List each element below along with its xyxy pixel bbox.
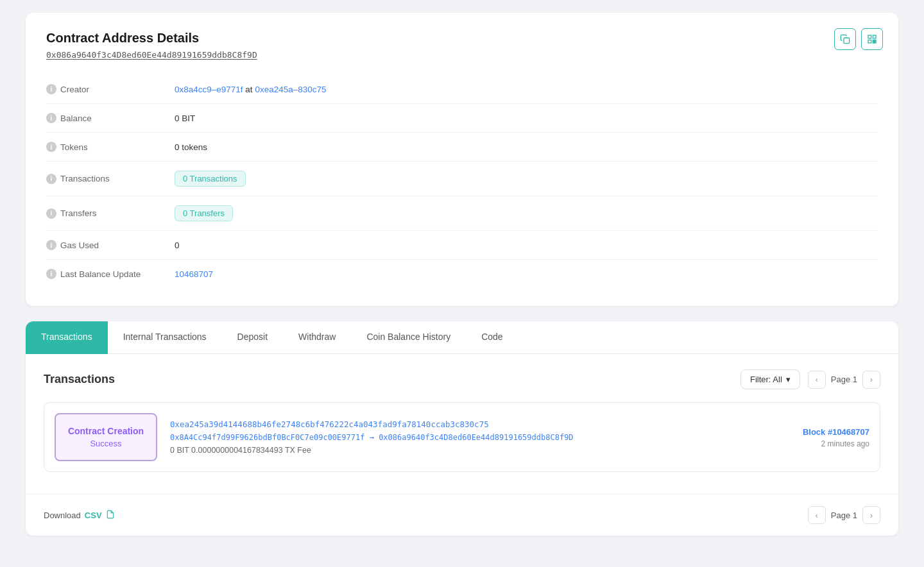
last-balance-link[interactable]: 10468707 [175,269,213,279]
filter-label: Filter: All [750,375,782,384]
transactions-label: i Transactions [46,174,175,184]
tx-details: 0xea245a39d4144688b46fe2748c6bf476222c4a… [170,419,754,455]
copy-icon-btn[interactable] [834,28,856,50]
tabs-section: Transactions Internal Transactions Depos… [26,321,898,536]
transfers-badge[interactable]: 0 Transfers [175,205,233,221]
transactions-info-icon: i [46,174,56,184]
tab-code[interactable]: Code [466,321,518,354]
creator-address-link[interactable]: 0x8a4cc9–e9771f [175,85,243,94]
tokens-value: 0 tokens [175,142,207,152]
page-title: Contract Address Details [46,31,878,46]
creator-row: i Creator 0x8a4cc9–e9771f at 0xea245a–83… [46,75,878,104]
svg-rect-6 [873,42,874,43]
balance-value: 0 BIT [175,114,195,123]
transactions-content: Transactions Filter: All ▾ ‹ Page 1 › [26,354,898,494]
transactions-row: i Transactions 0 Transactions [46,162,878,196]
csv-download: Download CSV [44,510,115,521]
last-balance-value: 10468707 [175,269,213,279]
tab-deposit[interactable]: Deposit [222,321,283,354]
tx-fee: 0 BIT 0.0000000004167834493 TX Fee [170,446,754,455]
tokens-row: i Tokens 0 tokens [46,133,878,162]
creator-info-icon: i [46,84,56,94]
last-balance-info-icon: i [46,269,56,279]
svg-rect-2 [873,35,876,38]
transaction-row: Contract Creation Success 0xea245a39d414… [44,402,880,472]
gas-value: 0 [175,241,180,250]
tx-section-title: Transactions [44,373,115,386]
balance-label: i Balance [46,113,175,123]
card-icons [834,28,883,50]
tx-status: Success [90,439,121,448]
transfers-row: i Transfers 0 Transfers [46,196,878,231]
transfers-label: i Transfers [46,208,175,219]
footer-row: Download CSV ‹ Page 1 › [26,494,898,536]
tokens-info-icon: i [46,142,56,152]
page-label-top: Page 1 [831,375,857,384]
svg-rect-5 [875,42,876,43]
next-page-bottom-button[interactable]: › [862,506,880,524]
tx-from[interactable]: 0x8A4Cc94f7d99F9626bdBf0BcF0C7e09c00E977… [170,433,364,442]
tx-time: 2 minutes ago [767,439,869,448]
filter-chevron-icon: ▾ [786,375,791,384]
balance-info-icon: i [46,113,56,123]
tx-hash[interactable]: 0xea245a39d4144688b46fe2748c6bf476222c4a… [170,419,754,429]
tx-arrow: → [370,433,374,442]
tab-coin-balance-history[interactable]: Coin Balance History [351,321,466,354]
page-label-bottom: Page 1 [831,511,857,520]
contract-address[interactable]: 0x086a9640f3c4D8ed60Ee44d89191659ddb8C8f… [46,50,257,60]
gas-row: i Gas Used 0 [46,231,878,260]
svg-rect-0 [844,38,850,44]
last-balance-label: i Last Balance Update [46,269,175,279]
copy-icon [840,34,850,44]
transfers-badge-wrap: 0 Transfers [175,205,233,221]
tx-block-link[interactable]: Block #10468707 [803,427,869,437]
tx-header: Transactions Filter: All ▾ ‹ Page 1 › [44,369,880,389]
creator-tx-link[interactable]: 0xea245a–830c75 [255,85,326,94]
csv-file-icon [106,510,115,521]
transactions-badge-wrap: 0 Transactions [175,171,246,187]
gas-info-icon: i [46,240,56,250]
transactions-badge[interactable]: 0 Transactions [175,171,246,187]
prev-page-button[interactable]: ‹ [808,371,826,389]
tab-withdraw[interactable]: Withdraw [283,321,351,354]
filter-button[interactable]: Filter: All ▾ [740,369,800,389]
tx-block: Block #10468707 2 minutes ago [767,427,869,448]
svg-rect-3 [868,40,871,43]
creator-at: at [245,85,252,94]
tab-internal-transactions[interactable]: Internal Transactions [108,321,222,354]
next-page-button[interactable]: › [862,371,880,389]
tab-transactions[interactable]: Transactions [26,321,108,354]
tokens-label: i Tokens [46,142,175,152]
tabs-bar: Transactions Internal Transactions Depos… [26,321,898,354]
creator-label: i Creator [46,84,175,94]
detail-rows: i Creator 0x8a4cc9–e9771f at 0xea245a–83… [46,75,878,288]
svg-rect-1 [868,35,871,38]
download-label: Download [44,511,81,520]
pagination-top: ‹ Page 1 › [808,371,880,389]
transfers-info-icon: i [46,208,56,219]
tx-controls: Filter: All ▾ ‹ Page 1 › [740,369,880,389]
tx-badge-box: Contract Creation Success [55,413,157,461]
gas-label: i Gas Used [46,240,175,250]
tx-type: Contract Creation [68,426,144,436]
svg-rect-4 [873,40,874,41]
tx-from-to: 0x8A4Cc94f7d99F9626bdBf0BcF0C7e09c00E977… [170,433,754,442]
pagination-bottom: ‹ Page 1 › [808,506,880,524]
csv-label[interactable]: CSV [85,511,102,520]
svg-rect-7 [875,40,876,41]
details-card: Contract Address Details 0x086a9640f3c4D… [26,13,898,306]
qr-icon-btn[interactable] [861,28,883,50]
qr-icon [867,34,877,44]
tx-to[interactable]: 0x086a9640f3c4D8ed60Ee44d89191659ddb8C8f… [379,433,573,442]
last-balance-row: i Last Balance Update 10468707 [46,260,878,288]
balance-row: i Balance 0 BIT [46,104,878,133]
prev-page-bottom-button[interactable]: ‹ [808,506,826,524]
creator-value: 0x8a4cc9–e9771f at 0xea245a–830c75 [175,85,327,94]
